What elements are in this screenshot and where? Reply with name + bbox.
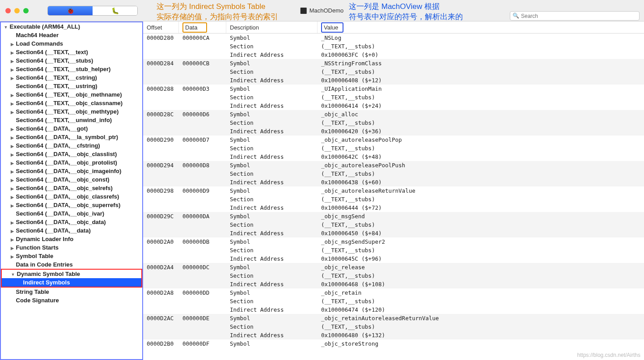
cell-value: (__TEXT,__stubs) — [318, 322, 644, 331]
search-input[interactable] — [510, 11, 640, 21]
cell-data — [179, 102, 226, 110]
table-row[interactable]: Indirect Address0x100006414 ($+24) — [143, 102, 644, 110]
tree-item[interactable]: ▶ Load Commands — [1, 39, 142, 48]
table-row[interactable]: Section(__TEXT,__stubs) — [143, 195, 644, 203]
table-row[interactable]: Indirect Address0x1000063FC ($+0) — [143, 51, 644, 59]
tree-item-label: Data in Code Entries — [14, 261, 73, 268]
tree-item[interactable]: ▶ Section64 (__TEXT,__text) — [1, 48, 142, 56]
tree-item[interactable]: ▶ Section64 (__DATA,__objc_const) — [1, 175, 142, 184]
table-row[interactable]: 0000D284000000CBSymbol_NSStringFromClass — [143, 59, 644, 68]
tree-item[interactable]: Indirect Symbols — [2, 278, 141, 287]
tree-item[interactable]: ▼ Dynamic Symbol Table — [2, 270, 141, 278]
tree-item[interactable]: ▶ Section64 (__DATA,__cfstring) — [1, 141, 142, 150]
disclosure-arrow-icon[interactable]: ▼ — [4, 23, 8, 32]
tree-item[interactable]: Mach64 Header — [1, 31, 142, 39]
cell-data — [179, 178, 226, 186]
tree-item[interactable]: Code Signature — [1, 296, 142, 305]
table-row[interactable]: Section(__TEXT,__stubs) — [143, 297, 644, 305]
table-row[interactable]: Indirect Address0x10000645C ($+96) — [143, 254, 644, 263]
table-row[interactable]: 0000D2A0000000DBSymbol_objc_msgSendSuper… — [143, 237, 644, 246]
tree-item[interactable]: ▶ Section64 (__DATA,__got) — [1, 124, 142, 133]
table-row[interactable]: Indirect Address0x100006474 ($+120) — [143, 305, 644, 314]
table-row[interactable]: 0000D2B0000000DFSymbol_objc_storeStrong — [143, 339, 644, 348]
cell-offset — [143, 331, 179, 339]
col-description[interactable]: Description — [226, 21, 318, 33]
content-table[interactable]: Offset Data Description Value 0000D28000… — [143, 21, 644, 360]
table-row[interactable]: Section(__TEXT,__stubs) — [143, 271, 644, 280]
table-row[interactable]: Section(__TEXT,__stubs) — [143, 169, 644, 178]
table-row[interactable]: Section(__TEXT,__stubs) — [143, 220, 644, 229]
table-row[interactable]: 0000D280000000CASymbol_NSLog — [143, 34, 644, 42]
table-row[interactable]: 0000D28C000000D6Symbol_objc_alloc — [143, 110, 644, 119]
col-offset[interactable]: Offset — [143, 21, 179, 33]
sidebar[interactable]: ▼ Executable (ARM64_ALL) Mach64 Header▶ … — [0, 21, 143, 360]
data-group: 0000D2B0000000DFSymbol_objc_storeStrong — [143, 339, 644, 348]
table-row[interactable]: 0000D2A8000000DDSymbol_objc_retain — [143, 288, 644, 297]
cell-value: _objc_autoreleaseReturnValue — [318, 186, 644, 195]
table-row[interactable]: 0000D2A4000000DCSymbol_objc_release — [143, 263, 644, 271]
cell-value: _objc_release — [318, 263, 644, 271]
col-data[interactable]: Data — [179, 21, 226, 33]
tree-item[interactable]: ▶ Dynamic Loader Info — [1, 235, 142, 243]
table-row[interactable]: Indirect Address0x100006480 ($+132) — [143, 331, 644, 339]
tree-item[interactable]: ▶ Function Starts — [1, 243, 142, 252]
table-row[interactable]: Section(__TEXT,__stubs) — [143, 93, 644, 102]
tree-item[interactable]: ▶ Section64 (__DATA,__objc_classlist) — [1, 150, 142, 158]
table-row[interactable]: 0000D298000000D9Symbol_objc_autoreleaseR… — [143, 186, 644, 195]
table-row[interactable]: Indirect Address0x100006468 ($+108) — [143, 280, 644, 288]
table-row[interactable]: Indirect Address0x10000642C ($+48) — [143, 152, 644, 161]
tree-item[interactable]: ▶ Section64 (__DATA,__objc_protolist) — [1, 158, 142, 167]
window-title: MachODemo — [301, 7, 344, 14]
zoom-icon[interactable] — [23, 8, 29, 13]
table-row[interactable]: Indirect Address0x100006420 ($+36) — [143, 127, 644, 136]
tree-item[interactable]: ▶ Section64 (__TEXT,__objc_methtype) — [1, 107, 142, 116]
toolbar-seg-left[interactable]: 🐞 — [48, 6, 93, 15]
table-row[interactable]: 0000D288000000D3Symbol_UIApplicationMain — [143, 85, 644, 93]
table-row[interactable]: 0000D290000000D7Symbol_objc_autoreleaseP… — [143, 136, 644, 144]
tree-item[interactable]: Data in Code Entries — [1, 260, 142, 269]
tree-item[interactable]: Section64 (__DATA,__objc_ivar) — [1, 209, 142, 218]
table-row[interactable]: Section(__TEXT,__stubs) — [143, 144, 644, 152]
tree-item[interactable]: ▶ Section64 (__DATA,__objc_imageinfo) — [1, 167, 142, 175]
table-row[interactable]: Section(__TEXT,__stubs) — [143, 322, 644, 331]
disclosure-arrow-icon[interactable]: ▼ — [11, 271, 15, 279]
table-row[interactable]: Indirect Address0x100006450 ($+84) — [143, 229, 644, 237]
tree-item[interactable]: ▶ Section64 (__DATA,__objc_data) — [1, 218, 142, 226]
tree-item[interactable]: ▶ Symbol Table — [1, 252, 142, 260]
table-row[interactable]: Section(__TEXT,__stubs) — [143, 42, 644, 51]
table-row[interactable]: Section(__TEXT,__stubs) — [143, 68, 644, 76]
table-row[interactable]: Section(__TEXT,__stubs) — [143, 119, 644, 127]
cell-offset — [143, 246, 179, 254]
tree-item-label: Section64 (__DATA,__objc_protolist) — [14, 159, 117, 166]
tree-item[interactable]: ▶ Section64 (__TEXT,__objc_methname) — [1, 90, 142, 99]
col-value[interactable]: Value — [318, 21, 644, 33]
cell-value: 0x100006468 ($+108) — [318, 280, 644, 288]
tree-item[interactable]: ▶ Section64 (__TEXT,__stubs) — [1, 56, 142, 65]
table-row[interactable]: Indirect Address0x100006438 ($+60) — [143, 178, 644, 186]
table-row[interactable]: 0000D2AC000000DESymbol_objc_retainAutore… — [143, 314, 644, 322]
tree-item[interactable]: ▶ Section64 (__DATA,__objc_superrefs) — [1, 201, 142, 209]
minimize-icon[interactable] — [14, 8, 20, 13]
tree-item[interactable]: String Table — [1, 288, 142, 296]
table-row[interactable]: 0000D29C000000DASymbol_objc_msgSend — [143, 212, 644, 220]
close-icon[interactable] — [5, 8, 11, 13]
tree-item[interactable]: Section64 (__TEXT,__ustring) — [1, 82, 142, 90]
tree-item[interactable]: Section64 (__TEXT,__unwind_info) — [1, 116, 142, 124]
tree-item-label: Section64 (__DATA,__data) — [14, 227, 91, 234]
toolbar-segmented-control[interactable]: 🐞 🐛 — [47, 6, 138, 16]
cell-description: Symbol — [226, 288, 318, 297]
tree-item[interactable]: ▶ Section64 (__TEXT,__objc_classname) — [1, 99, 142, 107]
tree-item[interactable]: ▶ Section64 (__DATA,__objc_selrefs) — [1, 184, 142, 192]
table-row[interactable]: 0000D294000000D8Symbol_objc_autoreleaseP… — [143, 161, 644, 169]
table-row[interactable]: Indirect Address0x100006408 ($+12) — [143, 76, 644, 85]
tree-item[interactable]: ▶ Section64 (__TEXT,__stub_helper) — [1, 65, 142, 73]
tree-item[interactable]: ▶ Section64 (__DATA,__la_symbol_ptr) — [1, 133, 142, 141]
table-row[interactable]: Section(__TEXT,__stubs) — [143, 246, 644, 254]
tree-item[interactable]: ▶ Section64 (__DATA,__objc_classrefs) — [1, 192, 142, 201]
tree-item[interactable]: ▶ Section64 (__TEXT,__cstring) — [1, 73, 142, 82]
toolbar-seg-right[interactable]: 🐛 — [93, 6, 137, 15]
tree-item[interactable]: ▶ Section64 (__DATA,__data) — [1, 226, 142, 235]
table-row[interactable]: Indirect Address0x100006444 ($+72) — [143, 203, 644, 212]
tree-item-label: Section64 (__TEXT,__stub_helper) — [14, 66, 110, 72]
tree-item[interactable]: ▼ Executable (ARM64_ALL) — [1, 22, 142, 31]
